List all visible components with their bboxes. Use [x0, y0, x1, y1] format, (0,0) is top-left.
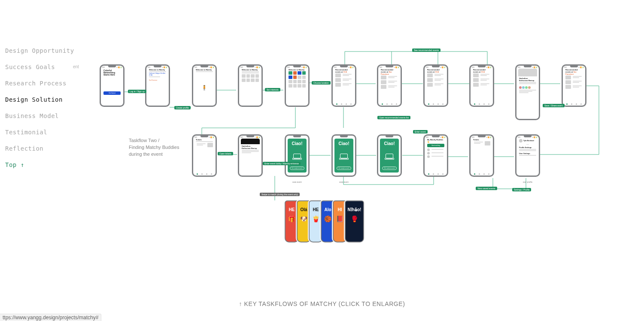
greet-phones-row: HE🎁Olá🐶HE🍟Alo🏀HI📕Nǐhǎo!🥊	[285, 200, 362, 242]
flow-chip: Enter event	[413, 130, 428, 133]
greet-phone: Nǐhǎo!🥊	[345, 200, 364, 242]
screen-welcome-interests-2: Welcome to Matchy	[285, 64, 310, 107]
screen-welcome-interests: Welcome to Matchy	[238, 64, 263, 107]
flow-chip: Swipe to match (during the event only)	[260, 193, 300, 196]
screen-profile: Tyler Bernhard • • • Profile Settings Us…	[515, 134, 540, 177]
screen-buddies: My Matchy Buddies 👋 Start matching	[423, 134, 448, 177]
flow-chip: Enter event lobby / Matchy entrance	[263, 162, 301, 165]
screen-recommended-4: Recommended events at CCA	[469, 64, 494, 107]
screen-ciao-2: Ciao! Get ready to match save event	[331, 134, 356, 177]
screen-welcome-illustration: Welcome to Matchy 🧍	[192, 64, 217, 107]
flow-chip: View saved events	[476, 187, 497, 190]
connectors-svg	[0, 0, 644, 321]
flow-chip: Open recommended events list	[377, 116, 410, 119]
onboarding-get-started: Get Started	[103, 91, 121, 95]
flow-chip: Set interests	[265, 88, 280, 91]
screen-ciao-1: Ciao! Get ready to match save event	[285, 134, 310, 177]
flow-chip: Settings / Profile	[512, 188, 531, 191]
screen-tickets-1: Tickets	[192, 134, 217, 177]
screen-recommended-3: Recommended events at CCA	[423, 64, 448, 107]
flow-chip: Open tickets	[218, 152, 233, 155]
screen-welcome-city: Welcome to Matchy California College of …	[145, 64, 170, 107]
subcap-save-1: save event	[286, 181, 308, 183]
screen-event-detail: Hackathon Enthusiast Meetup	[515, 64, 540, 120]
screen-recommended-1: Recommended events at CCA	[331, 64, 356, 107]
screen-recommended-2: Recommended events at San Francisco	[377, 64, 402, 107]
browser-status-url: ttps://www.yangg.design/projects/matchy#	[0, 314, 101, 321]
flow-chip: Log in / Sign up	[128, 90, 146, 93]
flow-chip: Choose location	[312, 81, 331, 85]
flow-chip: Save / Share event	[543, 104, 565, 107]
screen-event-detail-2: Hackathon Enthusiast Meetup	[238, 134, 263, 177]
screen-recommended-5: Recommended events at San Francisco	[562, 64, 586, 107]
flow-chip: See recommended events	[412, 48, 440, 52]
screen-onboarding: Colorful Networking Starts Here Get Star…	[100, 64, 125, 107]
taskflow-canvas[interactable]: Colorful Networking Starts Here Get Star…	[0, 0, 644, 321]
screen-tickets-2: Tickets	[469, 134, 494, 177]
subcap-save-2: save event	[333, 181, 355, 183]
flow-chip: Create profile	[174, 106, 191, 109]
image-caption[interactable]: ↑ KEY TASKFLOWS OF MATCHY (CLICK TO ENLA…	[239, 300, 405, 307]
screen-ciao-3: Ciao! Get ready to match	[377, 134, 402, 177]
subcap-user-profile: user profile	[516, 181, 539, 183]
